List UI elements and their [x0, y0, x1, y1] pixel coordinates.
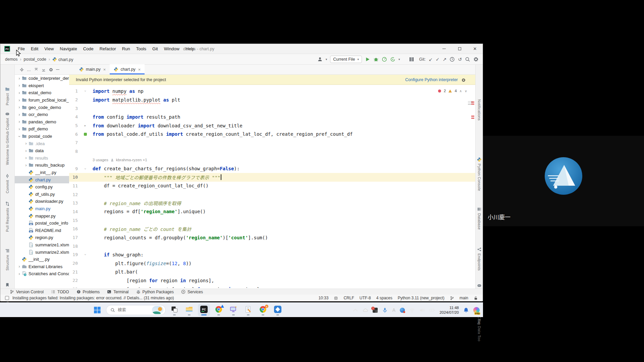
- columns-icon[interactable]: [409, 57, 414, 62]
- tree-item-ocr_demo[interactable]: ›ocr_demo: [15, 111, 69, 118]
- line-separator[interactable]: CRLF: [343, 296, 354, 300]
- tree-item-df_utils-py[interactable]: df_utils.py: [15, 191, 69, 198]
- toolwindow-problems[interactable]: Problems: [76, 290, 100, 294]
- git-branch-name[interactable]: main: [460, 296, 468, 300]
- breadcrumb-item[interactable]: demos: [5, 57, 18, 62]
- stripe-item-project[interactable]: Project: [0, 87, 14, 105]
- tray-battery-icon[interactable]: [429, 307, 435, 313]
- stripe-item-commit[interactable]: Commit: [0, 174, 14, 193]
- code-vision-annotation[interactable]: 3 usageskbrahma-ryzen +1: [69, 156, 475, 165]
- tree-chevron-icon[interactable]: ›: [17, 272, 22, 276]
- tray-microphone-icon[interactable]: [382, 307, 388, 313]
- tray-onedrive-cloud-icon[interactable]: [363, 307, 368, 313]
- next-problem-icon[interactable]: ∨: [465, 89, 467, 93]
- tree-chevron-icon[interactable]: ›: [17, 264, 22, 269]
- stripe-item-database[interactable]: Database: [476, 207, 483, 230]
- tab-close-icon[interactable]: ×: [138, 67, 141, 72]
- run-with-coverage-button[interactable]: [390, 57, 395, 62]
- start-button[interactable]: [91, 304, 103, 316]
- tree-chevron-icon[interactable]: ›: [17, 134, 22, 139]
- expand-all-icon[interactable]: [34, 67, 39, 72]
- taskbar-notepad-icon[interactable]: [242, 304, 254, 316]
- tree-item-External-Libraries[interactable]: ›External Libraries: [15, 263, 69, 270]
- tree-item--idea[interactable]: ›.idea: [15, 140, 69, 147]
- toolwindow-todo[interactable]: TODO: [51, 290, 69, 294]
- run-button[interactable]: [365, 57, 370, 62]
- profiler-button[interactable]: [382, 57, 387, 62]
- file-encoding[interactable]: UTF-8: [360, 296, 371, 300]
- tray-copilot-icon[interactable]: PRE: [473, 307, 480, 313]
- caret-position[interactable]: 10:33: [318, 296, 328, 300]
- accessibility-icon[interactable]: [334, 296, 338, 300]
- maximize-button[interactable]: [452, 44, 467, 54]
- toolwindow-python-packages[interactable]: Python Packages: [136, 290, 174, 294]
- user-dropdown-icon[interactable]: ▾: [326, 58, 327, 61]
- menu-view[interactable]: View: [41, 46, 57, 51]
- menu-git[interactable]: Git: [149, 46, 161, 51]
- settings-gear-icon[interactable]: [473, 57, 479, 62]
- taskbar-snip-overlay-app-icon[interactable]: [168, 304, 180, 316]
- stripe-item-welcome-to-github-copilot[interactable]: Welcome to GitHub Copilot: [0, 112, 14, 165]
- user-profile-icon[interactable]: [317, 57, 323, 62]
- run-configuration-select[interactable]: Current File ▾: [330, 56, 362, 63]
- stripe-item-pull-requests[interactable]: Pull Requests: [0, 201, 14, 232]
- tree-chevron-icon[interactable]: ›: [23, 141, 29, 146]
- tree-item-region-py[interactable]: region.py: [15, 234, 69, 241]
- tree-chevron-icon[interactable]: ›: [17, 112, 22, 117]
- editor-menu-icon[interactable]: [468, 100, 473, 105]
- stripe-item-structure[interactable]: Structure: [0, 248, 14, 270]
- toolwindow-terminal[interactable]: Terminal: [107, 290, 128, 294]
- menu-tools[interactable]: Tools: [133, 46, 149, 51]
- menu-edit[interactable]: Edit: [28, 46, 41, 51]
- tree-item-Scratches-and-Consoles[interactable]: ›Scratches and Consoles: [15, 270, 69, 278]
- tree-chevron-icon[interactable]: ›: [17, 127, 22, 131]
- weather-widget-icon[interactable]: [152, 306, 163, 314]
- toolwindow-version-control[interactable]: Version Control: [10, 290, 44, 294]
- breadcrumb-item[interactable]: chart.py: [52, 57, 73, 62]
- tree-item-mapper-py[interactable]: mapper.py: [15, 212, 69, 220]
- configure-interpreter-link[interactable]: Configure Python interpreter: [405, 77, 458, 82]
- tree-item-postal_code[interactable]: ›postal_code: [15, 133, 69, 140]
- tree-chevron-icon[interactable]: ›: [23, 163, 29, 168]
- tree-chevron-icon[interactable]: ›: [17, 105, 22, 110]
- taskbar-search[interactable]: [106, 305, 166, 315]
- taskbar-pycharm-icon[interactable]: PC: [198, 304, 210, 316]
- tree-item-README-md[interactable]: MDREADME.md: [15, 227, 69, 234]
- tree-item-main-py[interactable]: main.py: [15, 205, 69, 213]
- code-editor[interactable]: 1›import numpy as np2import matplotlib.p…: [69, 85, 475, 288]
- git-commit-button[interactable]: ✓: [436, 57, 440, 62]
- stripe-item-notifications[interactable]: Notifications: [476, 99, 483, 121]
- breadcrumb-item[interactable]: postal_code: [24, 57, 46, 62]
- stripe-item-endpoints[interactable]: Endpoints: [476, 247, 483, 271]
- tab-close-icon[interactable]: ×: [103, 67, 106, 72]
- tree-item-summarize1-xlsm[interactable]: ?summarize1.xlsm: [15, 241, 69, 249]
- tray-clock[interactable]: 11:482024/07/20: [439, 305, 459, 315]
- rollback-icon[interactable]: ↺: [458, 57, 462, 62]
- status-message[interactable]: Installing packages failed: Installing p…: [12, 296, 174, 300]
- tree-item-geo_code_demo[interactable]: ›geo_code_demo: [15, 104, 69, 111]
- git-update-button[interactable]: ↙: [429, 57, 433, 62]
- taskbar-photos-icon[interactable]: [272, 304, 284, 316]
- tree-chevron-icon[interactable]: ›: [17, 98, 22, 103]
- tree-chevron-icon[interactable]: ›: [17, 119, 22, 124]
- tree-chevron-icon[interactable]: ›: [23, 156, 29, 160]
- git-push-button[interactable]: ↗: [443, 57, 447, 62]
- menu-refactor[interactable]: Refactor: [97, 46, 119, 51]
- lock-icon[interactable]: [474, 296, 478, 300]
- tree-item-postal_code_info[interactable]: MDpostal_code_info: [15, 220, 69, 227]
- interpreter-selector[interactable]: Python 3.11 (new_project): [398, 296, 444, 300]
- inspections-widget[interactable]: 2 4 ∧ ∨: [438, 89, 467, 93]
- tree-item-estat_demo[interactable]: ›estat_demo: [15, 89, 69, 97]
- tree-item-chart-py[interactable]: chart.py: [15, 176, 69, 183]
- tree-item-summarize2-xlsm[interactable]: ?summarize2.xlsm: [15, 248, 69, 256]
- tray-volume-icon[interactable]: [419, 307, 425, 313]
- menu-window[interactable]: Window: [161, 46, 182, 51]
- more-run-options-icon[interactable]: ▾: [398, 58, 400, 61]
- tree-item-data[interactable]: ›data: [15, 147, 69, 155]
- tray-app-grid-icon[interactable]: 1: [373, 308, 378, 313]
- tree-chevron-icon[interactable]: ›: [23, 148, 29, 153]
- banner-gear-icon[interactable]: [461, 77, 466, 82]
- history-icon[interactable]: [449, 57, 455, 62]
- tray-ime-a-icon[interactable]: A: [392, 307, 395, 313]
- tree-item-pandas_demo[interactable]: ›pandas_demo: [15, 118, 69, 126]
